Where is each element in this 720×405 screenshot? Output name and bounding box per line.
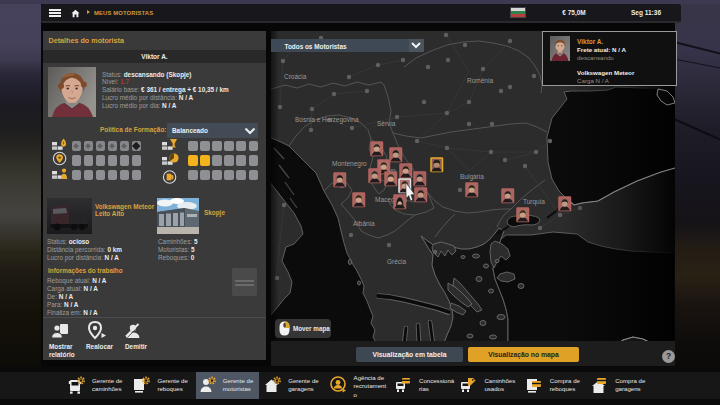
svg-text:Montenegro: Montenegro [332,160,367,168]
svg-text:Turquia: Turquia [523,198,545,206]
svg-text:Romênia: Romênia [467,77,493,84]
svg-text:Bulgária: Bulgária [460,173,484,181]
svg-text:Grécia: Grécia [387,258,407,265]
svg-text:Sérvia: Sérvia [377,120,396,127]
svg-text:Croácia: Croácia [284,73,307,80]
svg-text:Bósnia e Herzegovina: Bósnia e Herzegovina [295,116,359,124]
svg-text:Albânia: Albânia [353,220,375,227]
